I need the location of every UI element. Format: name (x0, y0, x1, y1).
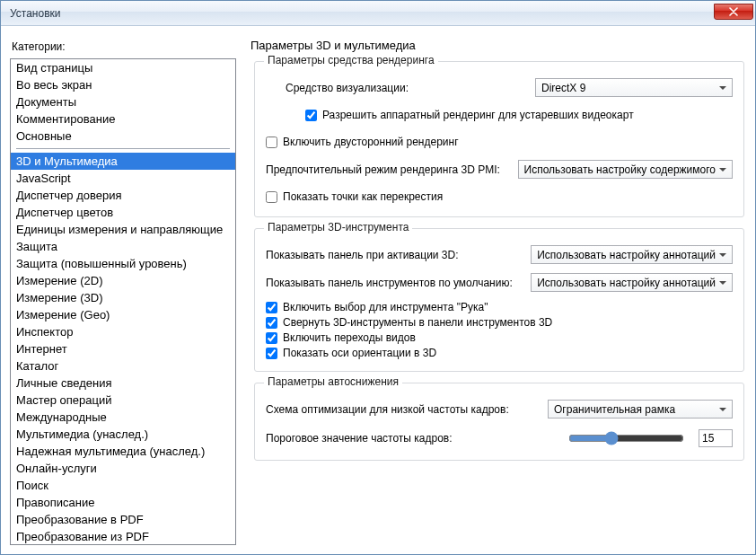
panel-activate-label: Показывать панель при активации 3D: (266, 249, 459, 261)
collapse-3d-input[interactable] (266, 317, 277, 329)
vis-device-label: Средство визуализации: (266, 82, 409, 94)
close-icon (729, 7, 738, 16)
group-render: Параметры средства рендеринга Средство в… (254, 61, 744, 217)
group-tool: Параметры 3D-инструмента Показывать пане… (254, 228, 744, 372)
view-transitions-checkbox[interactable]: Включить переходы видов (266, 331, 733, 344)
group-render-title: Параметры средства рендеринга (264, 54, 438, 66)
category-item[interactable]: Правописание (11, 494, 235, 511)
view-transitions-label: Включить переходы видов (283, 331, 416, 344)
category-item[interactable]: Защита (повышенный уровень) (11, 255, 235, 272)
category-item[interactable]: Инспектор (11, 323, 235, 340)
vis-device-value: DirectX 9 (541, 82, 585, 94)
orientation-axes-input[interactable] (266, 348, 277, 359)
category-item[interactable]: Защита (11, 238, 235, 255)
allow-hw-render-checkbox[interactable]: Разрешить аппаратный рендеринг для устар… (305, 109, 634, 121)
panel-activate-select[interactable]: Использовать настройку аннотаций (531, 245, 733, 264)
default-panel-label: Показывать панель инструментов по умолча… (266, 277, 513, 289)
opt-scheme-select[interactable]: Ограничительная рамка (548, 400, 733, 418)
content-area: Категории: Вид страницыВо весь экранДоку… (1, 26, 755, 554)
hand-select-input[interactable] (266, 302, 277, 313)
category-item[interactable]: Онлайн-услуги (11, 460, 235, 477)
collapse-3d-label: Свернуть 3D-инструменты в панели инструм… (283, 316, 552, 329)
crosshair-checkbox[interactable]: Показать точки как перекрестия (266, 190, 443, 203)
preferences-window: Установки Категории: Вид страницыВо весь… (0, 0, 756, 555)
close-button[interactable] (714, 4, 753, 20)
category-item[interactable]: Мультимедиа (унаслед.) (11, 426, 235, 443)
category-item[interactable]: Личные сведения (11, 374, 235, 392)
category-item[interactable]: Измерение (Geo) (11, 306, 235, 323)
view-transitions-input[interactable] (266, 332, 277, 344)
orientation-axes-checkbox[interactable]: Показать оси ориентации в 3D (266, 347, 733, 359)
category-item[interactable]: Преобразование в PDF (11, 511, 235, 528)
category-item[interactable]: Единицы измерения и направляющие (11, 221, 235, 238)
categories-listbox[interactable]: Вид страницыВо весь экранДокументыКоммен… (10, 58, 236, 545)
window-title: Установки (10, 7, 60, 20)
category-item[interactable]: JavaScript (11, 170, 235, 187)
double-sided-checkbox[interactable]: Включить двусторонний рендеринг (266, 136, 459, 148)
category-item[interactable]: Мастер операций (11, 392, 235, 409)
category-item[interactable]: Измерение (2D) (11, 272, 235, 289)
collapse-3d-checkbox[interactable]: Свернуть 3D-инструменты в панели инструм… (266, 316, 733, 329)
page-title: Параметры 3D и мультимедиа (251, 39, 746, 52)
opt-scheme-label: Схема оптимизации для низкой частоты кад… (266, 403, 509, 416)
allow-hw-render-label: Разрешить аппаратный рендеринг для устар… (322, 109, 634, 121)
category-item[interactable]: Основные (11, 128, 235, 145)
category-item[interactable]: Интернет (11, 340, 235, 357)
category-item[interactable]: Во весь экран (11, 76, 235, 93)
settings-panel: Параметры 3D и мультимедиа Параметры сре… (247, 35, 746, 545)
group-auto: Параметры автоснижения Схема оптимизации… (254, 383, 744, 461)
pmi-mode-label: Предпочтительный режим рендеринга 3D PMI… (266, 163, 500, 176)
category-item[interactable]: Поиск (11, 477, 235, 494)
opt-scheme-value: Ограничительная рамка (554, 403, 675, 416)
category-item[interactable]: Преобразование из PDF (11, 528, 235, 545)
fps-threshold-slider-wrap (561, 427, 691, 449)
category-item[interactable]: 3D и Мультимедиа (11, 153, 235, 170)
category-item[interactable]: Диспетчер цветов (11, 204, 235, 221)
category-item[interactable]: Измерение (3D) (11, 289, 235, 306)
fps-threshold-slider[interactable] (568, 429, 684, 447)
category-item[interactable]: Документы (11, 93, 235, 110)
category-item[interactable]: Каталог (11, 357, 235, 374)
group-auto-title: Параметры автоснижения (264, 375, 402, 388)
hand-select-label: Включить выбор для инструмента "Рука" (283, 301, 488, 313)
hand-select-checkbox[interactable]: Включить выбор для инструмента "Рука" (266, 301, 733, 313)
default-panel-value: Использовать настройку аннотаций (537, 277, 716, 289)
category-item[interactable]: Международные (11, 409, 235, 426)
category-item[interactable]: Комментирование (11, 110, 235, 128)
crosshair-label: Показать точки как перекрестия (283, 190, 443, 203)
double-sided-label: Включить двусторонний рендеринг (283, 136, 459, 148)
group-tool-title: Параметры 3D-инструмента (264, 221, 412, 233)
default-panel-select[interactable]: Использовать настройку аннотаций (531, 273, 733, 292)
titlebar: Установки (1, 1, 755, 26)
category-separator (16, 148, 230, 149)
categories-panel: Категории: Вид страницыВо весь экранДоку… (10, 35, 236, 545)
pmi-mode-select[interactable]: Использовать настройку содержимого (518, 160, 733, 179)
category-item[interactable]: Вид страницы (11, 59, 235, 76)
vis-device-select[interactable]: DirectX 9 (535, 78, 733, 97)
fps-threshold-label: Пороговое значение частоты кадров: (266, 432, 453, 445)
double-sided-input[interactable] (266, 137, 277, 148)
allow-hw-render-input[interactable] (305, 110, 317, 121)
category-item[interactable]: Надежная мультимедиа (унаслед.) (11, 443, 235, 460)
fps-threshold-input[interactable] (699, 429, 733, 447)
category-item[interactable]: Диспетчер доверия (11, 187, 235, 204)
pmi-mode-value: Использовать настройку содержимого (524, 163, 716, 176)
orientation-axes-label: Показать оси ориентации в 3D (283, 347, 436, 359)
crosshair-input[interactable] (266, 191, 277, 203)
panel-activate-value: Использовать настройку аннотаций (537, 249, 716, 261)
categories-label: Категории: (12, 40, 236, 53)
